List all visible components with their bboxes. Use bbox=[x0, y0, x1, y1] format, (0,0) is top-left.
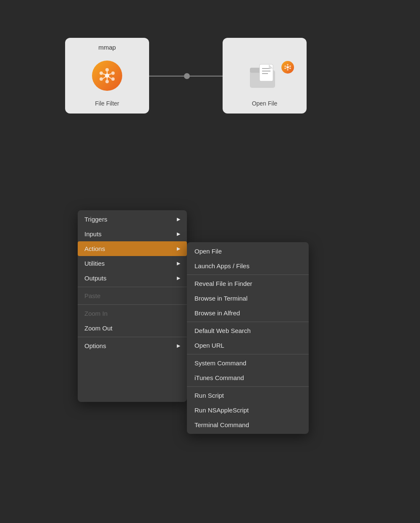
menu-item-actions[interactable]: Actions ▶ bbox=[78, 241, 187, 256]
menu-item-zoom-out[interactable]: Zoom Out bbox=[78, 321, 187, 335]
alfred-icon-large bbox=[92, 61, 122, 91]
menu-item-triggers[interactable]: Triggers ▶ bbox=[78, 212, 187, 227]
menu-item-paste: Paste bbox=[78, 288, 187, 303]
file-filter-node[interactable]: mmap File Filter bbox=[65, 38, 149, 114]
svg-point-2 bbox=[111, 71, 115, 75]
menu-item-outputs[interactable]: Outputs ▶ bbox=[78, 271, 187, 285]
svg-point-3 bbox=[111, 77, 115, 81]
separator-1 bbox=[78, 287, 187, 287]
connector-dot bbox=[184, 73, 190, 79]
submenu-item-system-command[interactable]: System Command bbox=[187, 356, 309, 370]
submenu-item-open-file[interactable]: Open File bbox=[187, 244, 309, 259]
menu-item-utilities[interactable]: Utilities ▶ bbox=[78, 256, 187, 271]
svg-point-24 bbox=[284, 68, 286, 69]
svg-line-31 bbox=[286, 66, 287, 67]
svg-point-21 bbox=[289, 66, 291, 67]
svg-point-5 bbox=[100, 77, 103, 81]
submenu-item-terminal-command[interactable]: Terminal Command bbox=[187, 417, 309, 432]
svg-point-23 bbox=[287, 69, 289, 71]
submenu-separator-4 bbox=[187, 386, 309, 387]
svg-line-11 bbox=[103, 77, 106, 79]
open-file-node[interactable]: Open File bbox=[223, 38, 307, 114]
svg-point-6 bbox=[100, 71, 103, 75]
svg-line-30 bbox=[286, 68, 287, 68]
submenu-separator-1 bbox=[187, 275, 309, 275]
svg-point-22 bbox=[289, 68, 291, 69]
submenu-item-run-script[interactable]: Run Script bbox=[187, 388, 309, 403]
connector-line bbox=[149, 76, 225, 77]
arrow-icon: ▶ bbox=[177, 231, 180, 237]
svg-point-20 bbox=[287, 64, 289, 66]
submenu-item-run-nsapplescript[interactable]: Run NSAppleScript bbox=[187, 403, 309, 417]
menu-item-zoom-in: Zoom In bbox=[78, 306, 187, 321]
node-mmap-title: mmap bbox=[98, 44, 116, 51]
submenu-item-reveal-file[interactable]: Reveal File in Finder bbox=[187, 276, 309, 291]
submenu-item-browse-terminal[interactable]: Browse in Terminal bbox=[187, 291, 309, 306]
file-filter-label: File Filter bbox=[95, 100, 119, 107]
alfred-badge-small bbox=[281, 61, 294, 74]
arrow-icon: ▶ bbox=[177, 246, 180, 251]
svg-point-1 bbox=[105, 68, 109, 71]
menu-item-inputs[interactable]: Inputs ▶ bbox=[78, 227, 187, 241]
arrow-icon: ▶ bbox=[177, 261, 180, 266]
primary-menu: Triggers ▶ Inputs ▶ Actions ▶ Utilities … bbox=[78, 210, 187, 402]
menu-item-options[interactable]: Options ▶ bbox=[78, 338, 187, 353]
context-menu: Triggers ▶ Inputs ▶ Actions ▶ Utilities … bbox=[78, 210, 309, 402]
arrow-icon: ▶ bbox=[177, 343, 180, 349]
submenu-separator-2 bbox=[187, 322, 309, 322]
arrow-icon: ▶ bbox=[177, 217, 180, 222]
arrow-icon: ▶ bbox=[177, 275, 180, 281]
open-file-icon bbox=[248, 61, 281, 90]
svg-point-4 bbox=[105, 80, 109, 83]
submenu-item-launch-apps[interactable]: Launch Apps / Files bbox=[187, 259, 309, 273]
submenu-actions: Open File Launch Apps / Files Reveal Fil… bbox=[187, 242, 309, 434]
submenu-item-open-url[interactable]: Open URL bbox=[187, 338, 309, 353]
submenu-item-browse-alfred[interactable]: Browse in Alfred bbox=[187, 306, 309, 320]
svg-point-25 bbox=[284, 66, 286, 67]
submenu-separator-3 bbox=[187, 354, 309, 354]
svg-line-9 bbox=[109, 77, 112, 79]
svg-line-27 bbox=[289, 66, 290, 67]
separator-2 bbox=[78, 304, 187, 305]
submenu-item-itunes-command[interactable]: iTunes Command bbox=[187, 370, 309, 385]
open-file-label: Open File bbox=[252, 100, 278, 107]
svg-line-28 bbox=[289, 68, 290, 68]
svg-line-12 bbox=[103, 74, 106, 75]
svg-line-8 bbox=[109, 74, 112, 75]
separator-3 bbox=[78, 337, 187, 337]
workflow-canvas: mmap File Filter bbox=[0, 0, 420, 202]
submenu-item-web-search[interactable]: Default Web Search bbox=[187, 323, 309, 338]
